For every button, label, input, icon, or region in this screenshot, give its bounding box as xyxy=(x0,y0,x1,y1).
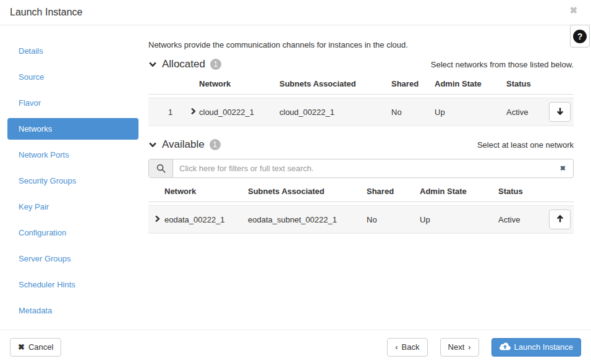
search-input[interactable] xyxy=(173,164,553,173)
modal-footer: ✖ Cancel ‹ Back Next › Launch Instance xyxy=(0,329,591,364)
cell-status: Active xyxy=(506,108,549,117)
allocated-count-badge: 1 xyxy=(210,59,221,70)
sidebar-item-metadata[interactable]: Metadata xyxy=(7,300,138,321)
available-section-toggle[interactable]: Available 1 xyxy=(148,138,221,151)
search-icon xyxy=(149,159,173,177)
launch-label: Launch Instance xyxy=(514,342,573,352)
column-header-shared: Shared xyxy=(391,79,435,88)
sidebar-item-source[interactable]: Source xyxy=(7,66,138,88)
allocated-section-toggle[interactable]: Allocated 1 xyxy=(148,58,221,70)
cancel-button[interactable]: ✖ Cancel xyxy=(10,338,61,357)
next-button[interactable]: Next › xyxy=(440,338,479,357)
chevron-right-icon: › xyxy=(468,342,470,352)
modal-body: Details Source Flavor Networks Network P… xyxy=(0,25,591,326)
close-icon: ✖ xyxy=(18,342,25,352)
cell-status: Active xyxy=(498,215,546,224)
sidebar-item-configuration[interactable]: Configuration xyxy=(7,222,138,243)
cell-network: eodata_00222_1 xyxy=(164,215,248,224)
expand-row-toggle[interactable] xyxy=(148,214,164,225)
cell-admin-state: Up xyxy=(435,108,506,117)
sidebar-item-security-groups[interactable]: Security Groups xyxy=(7,170,138,192)
allocated-table-row: 1 cloud_00222_1 cloud_00222_1 No Up Acti… xyxy=(148,98,574,126)
allocated-table-header: Network Subnets Associated Shared Admin … xyxy=(148,70,574,95)
available-hint: Select at least one network xyxy=(477,140,574,150)
cell-admin-state: Up xyxy=(420,215,498,224)
chevron-down-icon xyxy=(148,60,157,69)
column-header-status: Status xyxy=(498,187,546,196)
help-button[interactable]: ? xyxy=(570,25,590,48)
available-table: Network Subnets Associated Shared Admin … xyxy=(148,180,574,234)
cell-subnets: eodata_subnet_00222_1 xyxy=(248,215,367,224)
cancel-label: Cancel xyxy=(28,342,53,352)
cloud-upload-icon xyxy=(500,342,511,352)
network-search-bar: ✖ xyxy=(148,159,574,178)
chevron-down-icon xyxy=(148,140,157,149)
allocated-hint: Select networks from those listed below. xyxy=(431,60,574,69)
allocated-table: Network Subnets Associated Shared Admin … xyxy=(148,70,574,126)
sidebar-item-networks[interactable]: Networks xyxy=(7,118,138,140)
sidebar-item-key-pair[interactable]: Key Pair xyxy=(7,196,138,218)
available-table-header: Network Subnets Associated Shared Admin … xyxy=(148,180,574,202)
chevron-left-icon: ‹ xyxy=(395,342,398,352)
sidebar-item-scheduler-hints[interactable]: Scheduler Hints xyxy=(7,274,138,295)
page-title: Launch Instance xyxy=(10,7,82,17)
sidebar-item-network-ports[interactable]: Network Ports xyxy=(7,144,138,166)
modal-header: Launch Instance ✖ xyxy=(0,0,591,25)
back-button[interactable]: ‹ Back xyxy=(387,338,427,357)
launch-instance-button[interactable]: Launch Instance xyxy=(491,338,581,357)
sidebar-item-flavor[interactable]: Flavor xyxy=(7,92,138,114)
drag-handle[interactable]: 1 xyxy=(148,108,185,117)
column-header-shared: Shared xyxy=(367,187,420,196)
column-header-status: Status xyxy=(506,79,549,88)
cell-shared: No xyxy=(367,215,420,224)
close-icon[interactable]: ✖ xyxy=(566,5,581,15)
available-title: Available xyxy=(162,138,205,151)
back-label: Back xyxy=(402,342,420,352)
expand-row-toggle[interactable] xyxy=(185,107,199,117)
column-header-subnets: Subnets Associated xyxy=(248,187,367,196)
row-index: 1 xyxy=(168,108,172,117)
column-header-admin-state: Admin State xyxy=(420,187,498,196)
sort-icon xyxy=(155,108,164,117)
step-description: Networks provide the communication chann… xyxy=(148,40,574,49)
allocated-title: Allocated xyxy=(162,58,205,70)
wizard-sidebar: Details Source Flavor Networks Network P… xyxy=(0,40,148,326)
available-count-badge: 1 xyxy=(210,139,221,150)
arrow-down-icon xyxy=(556,107,564,117)
next-label: Next xyxy=(448,342,465,352)
column-header-network: Network xyxy=(199,79,279,88)
available-table-row: eodata_00222_1 eodata_subnet_00222_1 No … xyxy=(148,205,574,234)
chevron-right-icon xyxy=(153,214,161,225)
cell-network: cloud_00222_1 xyxy=(199,108,279,117)
allocate-network-button[interactable] xyxy=(549,210,571,229)
deallocate-network-button[interactable] xyxy=(549,102,571,122)
column-header-admin-state: Admin State xyxy=(435,79,506,88)
chevron-right-icon xyxy=(189,107,197,117)
help-icon: ? xyxy=(573,30,587,43)
arrow-up-icon xyxy=(556,214,564,225)
search-clear-icon[interactable]: ✖ xyxy=(553,164,573,172)
column-header-subnets: Subnets Associated xyxy=(279,79,391,88)
networks-step: Networks provide the communication chann… xyxy=(148,40,574,326)
cell-shared: No xyxy=(391,108,435,117)
sidebar-item-details[interactable]: Details xyxy=(7,40,138,62)
column-header-network: Network xyxy=(164,187,248,196)
sidebar-item-server-groups[interactable]: Server Groups xyxy=(7,248,138,269)
cell-subnets: cloud_00222_1 xyxy=(279,108,391,117)
